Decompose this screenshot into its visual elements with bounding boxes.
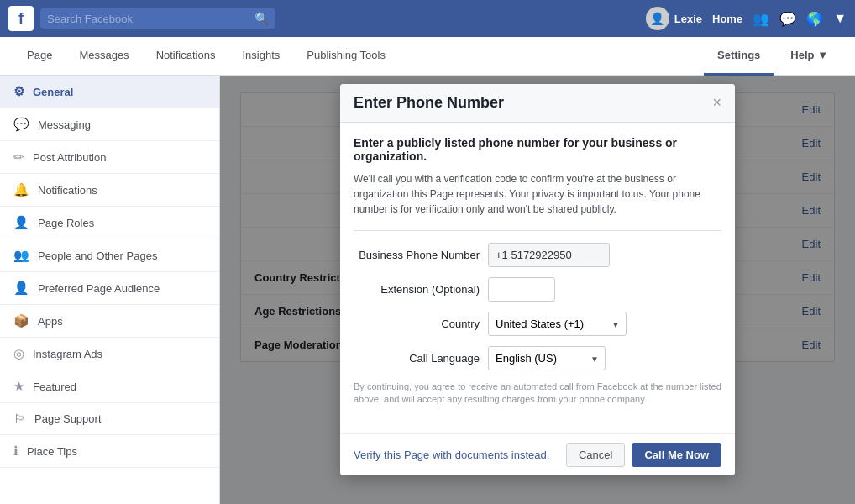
country-select[interactable]: United States (+1) Canada (+1) United Ki… bbox=[488, 312, 627, 336]
content-area: Edit Edit h results. Edit he Page Edit c… bbox=[220, 76, 855, 504]
modal-header: Enter Phone Number × bbox=[340, 84, 735, 123]
call-now-button[interactable]: Call Me Now bbox=[632, 443, 721, 467]
messaging-icon: 💬 bbox=[13, 117, 29, 132]
gear-icon: ⚙ bbox=[13, 84, 24, 99]
apps-icon: 📦 bbox=[13, 313, 29, 328]
sidebar-label-page-support: Page Support bbox=[34, 412, 102, 425]
sidebar-label-place-tips: Place Tips bbox=[27, 445, 77, 458]
sidebar-item-notifications[interactable]: 🔔 Notifications bbox=[0, 174, 219, 207]
sidebar-item-people-other-pages[interactable]: 👥 People and Other Pages bbox=[0, 239, 219, 272]
tab-bar: Page Messages Notifications Insights Pub… bbox=[0, 37, 855, 76]
sidebar-label-notifications: Notifications bbox=[38, 184, 97, 197]
phone-number-label: Business Phone Number bbox=[354, 249, 480, 261]
star-icon: ★ bbox=[13, 379, 24, 394]
nav-right: 👤 Lexie Home 👥 💬 🌎 ▼ bbox=[646, 7, 847, 30]
search-icon: 🔍 bbox=[254, 12, 269, 25]
modal-divider bbox=[354, 230, 721, 231]
phone-number-input[interactable] bbox=[488, 243, 610, 267]
call-language-select[interactable]: English (US) Spanish French bbox=[488, 346, 606, 370]
extension-row: Extension (Optional) bbox=[354, 277, 721, 302]
instagram-icon: ◎ bbox=[13, 346, 24, 361]
tab-right-group: Settings Help ▼ bbox=[704, 37, 842, 75]
info-icon: ℹ bbox=[13, 444, 18, 459]
sidebar-item-apps[interactable]: 📦 Apps bbox=[0, 305, 219, 338]
extension-label: Extension (Optional) bbox=[354, 283, 480, 296]
modal-description: We'll call you with a verification code … bbox=[354, 171, 721, 217]
tab-page[interactable]: Page bbox=[13, 37, 66, 76]
close-icon[interactable]: × bbox=[712, 94, 721, 112]
username: Lexie bbox=[674, 13, 702, 25]
sidebar-item-general[interactable]: ⚙ General bbox=[0, 76, 219, 108]
call-language-label: Call Language bbox=[354, 352, 480, 365]
friends-icon[interactable]: 👥 bbox=[753, 11, 769, 27]
verify-documents-link[interactable]: Verify this Page with documents instead. bbox=[354, 449, 549, 461]
sidebar-item-instagram-ads[interactable]: ◎ Instagram Ads bbox=[0, 338, 219, 370]
sidebar-label-featured: Featured bbox=[33, 381, 76, 393]
sidebar-item-post-attribution[interactable]: ✏ Post Attribution bbox=[0, 141, 219, 174]
call-language-row: Call Language English (US) Spanish Frenc… bbox=[354, 346, 721, 370]
notifications-icon[interactable]: 🌎 bbox=[806, 11, 823, 27]
sidebar-label-preferred-audience: Preferred Page Audience bbox=[38, 282, 160, 295]
search-bar[interactable]: 🔍 bbox=[40, 8, 275, 29]
bell-icon: 🔔 bbox=[13, 182, 29, 197]
modal-buttons: Cancel Call Me Now bbox=[566, 443, 721, 467]
sidebar-item-featured[interactable]: ★ Featured bbox=[0, 370, 219, 403]
post-attribution-icon: ✏ bbox=[13, 150, 24, 165]
facebook-logo: f bbox=[8, 6, 34, 31]
modal-body: Enter a publicly listed phone number for… bbox=[340, 123, 735, 433]
sidebar-item-page-roles[interactable]: 👤 Page Roles bbox=[0, 207, 219, 239]
phone-number-modal: Enter Phone Number × Enter a publicly li… bbox=[340, 84, 735, 475]
sidebar-item-preferred-audience[interactable]: 👤 Preferred Page Audience bbox=[0, 272, 219, 305]
sidebar-item-page-support[interactable]: 🏳 Page Support bbox=[0, 403, 219, 435]
modal-footer: Verify this Page with documents instead.… bbox=[340, 433, 735, 475]
tab-messages[interactable]: Messages bbox=[66, 37, 142, 76]
modal-disclaimer: By continuing, you agree to receive an a… bbox=[354, 381, 721, 407]
sidebar: ⚙ General 💬 Messaging ✏ Post Attribution… bbox=[0, 76, 220, 504]
sidebar-label-post-attribution: Post Attribution bbox=[33, 151, 106, 164]
top-navigation-bar: f 🔍 👤 Lexie Home 👥 💬 🌎 ▼ bbox=[0, 0, 855, 37]
main-layout: ⚙ General 💬 Messaging ✏ Post Attribution… bbox=[0, 76, 855, 504]
flag-icon: 🏳 bbox=[13, 412, 26, 426]
person-icon: 👤 bbox=[13, 215, 29, 230]
sidebar-label-apps: Apps bbox=[38, 315, 63, 328]
cancel-button[interactable]: Cancel bbox=[566, 443, 625, 467]
modal-overlay: Enter Phone Number × Enter a publicly li… bbox=[220, 76, 855, 504]
avatar: 👤 bbox=[646, 7, 669, 30]
extension-input[interactable] bbox=[488, 277, 555, 302]
country-select-wrapper: United States (+1) Canada (+1) United Ki… bbox=[488, 312, 627, 336]
sidebar-label-page-roles: Page Roles bbox=[38, 217, 94, 229]
home-link[interactable]: Home bbox=[712, 13, 742, 25]
sidebar-item-place-tips[interactable]: ℹ Place Tips bbox=[0, 435, 219, 468]
tab-settings[interactable]: Settings bbox=[704, 37, 774, 76]
tab-notifications[interactable]: Notifications bbox=[143, 37, 229, 76]
people-icon: 👥 bbox=[13, 248, 29, 263]
audience-icon: 👤 bbox=[13, 281, 29, 296]
modal-title: Enter Phone Number bbox=[354, 94, 504, 112]
tab-publishing-tools[interactable]: Publishing Tools bbox=[293, 37, 399, 76]
modal-headline: Enter a publicly listed phone number for… bbox=[354, 136, 721, 163]
messages-icon[interactable]: 💬 bbox=[779, 11, 796, 27]
tab-help[interactable]: Help ▼ bbox=[777, 37, 842, 76]
country-label: Country bbox=[354, 318, 480, 330]
sidebar-label-messaging: Messaging bbox=[38, 118, 91, 131]
sidebar-label-general: General bbox=[33, 86, 73, 98]
sidebar-label-people-other-pages: People and Other Pages bbox=[38, 249, 157, 262]
phone-number-row: Business Phone Number bbox=[354, 243, 721, 267]
sidebar-label-instagram-ads: Instagram Ads bbox=[33, 348, 102, 360]
tab-insights[interactable]: Insights bbox=[228, 37, 293, 76]
sidebar-item-messaging[interactable]: 💬 Messaging bbox=[0, 108, 219, 141]
user-info: 👤 Lexie bbox=[646, 7, 702, 30]
language-select-wrapper: English (US) Spanish French ▼ bbox=[488, 346, 606, 370]
search-input[interactable] bbox=[47, 13, 249, 25]
settings-icon[interactable]: ▼ bbox=[833, 11, 847, 26]
country-row: Country United States (+1) Canada (+1) U… bbox=[354, 312, 721, 336]
